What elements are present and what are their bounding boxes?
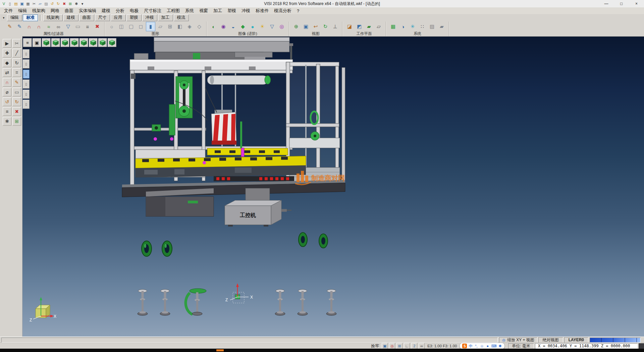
shaded-view-icon[interactable]: ◫ bbox=[117, 22, 126, 31]
globe-icon[interactable]: ◑ bbox=[398, 22, 408, 31]
display-filter-3[interactable]: ▯ bbox=[23, 70, 30, 79]
context-tab[interactable]: 线架构 bbox=[43, 14, 63, 21]
iso-view-button-2[interactable] bbox=[51, 38, 60, 47]
hidden-line-icon[interactable]: ▢ bbox=[126, 22, 136, 31]
lock-toggle[interactable]: 拴牢 bbox=[368, 343, 382, 349]
ortho-icon[interactable]: ∟ bbox=[404, 343, 410, 349]
workplane-xy-icon[interactable]: ◪ bbox=[345, 22, 354, 31]
ime-punctuation[interactable]: °, bbox=[474, 344, 478, 348]
iso-view-button-7[interactable] bbox=[98, 38, 107, 47]
tab-dropdown-button[interactable]: ▼ bbox=[1, 15, 6, 21]
display-filter-6[interactable]: ▯ bbox=[23, 100, 30, 109]
reset-filter-icon[interactable]: ✖ bbox=[93, 22, 102, 31]
select-arrow-icon[interactable]: ▶ bbox=[3, 39, 11, 48]
grid-toggle-icon[interactable]: ⊞ bbox=[12, 117, 21, 126]
menu-item[interactable]: 工程图 bbox=[164, 7, 182, 14]
menu-item[interactable]: 文件 bbox=[1, 7, 15, 14]
undo-icon[interactable]: ↺ bbox=[3, 97, 11, 106]
context-tab[interactable]: 尺寸 bbox=[95, 14, 110, 21]
view-window-button[interactable]: ▣ bbox=[33, 38, 41, 47]
rotate-view-icon[interactable]: ↻ bbox=[321, 22, 330, 31]
options-icon[interactable]: ✱ bbox=[3, 117, 11, 126]
ime-emoji-picker[interactable]: ☺ bbox=[480, 344, 484, 348]
context-tab[interactable]: 冲模 bbox=[142, 14, 157, 21]
close-button[interactable]: × bbox=[629, 0, 644, 7]
viewport-3d[interactable]: 工控机 bbox=[22, 36, 644, 337]
magnet-icon[interactable]: ∩ bbox=[3, 78, 11, 87]
clip-plane-icon[interactable]: ▽ bbox=[267, 22, 277, 31]
box-view-icon[interactable]: ◻ bbox=[136, 22, 146, 31]
zoom-all-icon[interactable]: ⊕ bbox=[291, 22, 301, 31]
magnet-select-icon[interactable]: ∩ bbox=[34, 22, 44, 31]
visi-logo[interactable]: V bbox=[1, 1, 7, 7]
delete-icon[interactable]: ✖ bbox=[12, 107, 21, 116]
maximize-button[interactable]: □ bbox=[614, 0, 629, 7]
menu-item[interactable]: 视窗 bbox=[197, 7, 211, 14]
iso-view-button-1[interactable] bbox=[42, 38, 51, 47]
rotate-icon[interactable]: ↻ bbox=[12, 58, 21, 67]
color-table-icon[interactable]: ▦ bbox=[388, 22, 398, 31]
iso-view-button-6[interactable] bbox=[89, 38, 98, 47]
line-create-icon[interactable]: ╱ bbox=[12, 49, 21, 57]
link-elements-icon[interactable]: ∞ bbox=[54, 22, 63, 31]
active-layer-indicator[interactable]: LAYER0 bbox=[564, 337, 588, 343]
mirror-icon[interactable]: ⇄ bbox=[3, 68, 11, 77]
wireframe-view-icon[interactable]: ○ bbox=[107, 22, 116, 31]
context-tab[interactable]: 应用 bbox=[111, 14, 126, 21]
save-file-icon[interactable]: ▣ bbox=[19, 1, 25, 7]
display-list-button[interactable]: ≡ bbox=[23, 38, 32, 47]
context-tab[interactable]: 加工 bbox=[158, 14, 173, 21]
ime-voice-input[interactable]: ● bbox=[485, 344, 490, 348]
match-properties-icon[interactable]: ≈ bbox=[44, 22, 53, 31]
context-tab[interactable]: 曲面 bbox=[79, 14, 94, 21]
menu-item[interactable]: 塑模 bbox=[225, 7, 239, 14]
preview-glasses-icon[interactable]: ∞ bbox=[419, 343, 425, 349]
layer-2-icon[interactable]: 2 bbox=[411, 343, 417, 349]
menu-item[interactable]: 建模 bbox=[99, 7, 113, 14]
cut-icon[interactable]: ✂ bbox=[31, 1, 37, 7]
sogou-logo[interactable]: S bbox=[462, 344, 467, 348]
menu-item[interactable]: 实体编辑 bbox=[76, 7, 99, 14]
material-icon[interactable]: ◆ bbox=[238, 22, 248, 31]
edit-attributes-icon[interactable]: ✎ bbox=[5, 22, 14, 31]
render-settings-icon[interactable]: ◐ bbox=[209, 22, 218, 31]
outline-view-icon[interactable]: ◇ bbox=[195, 22, 204, 31]
taskbar-app-indicator[interactable] bbox=[216, 349, 224, 351]
iso-view-button-4[interactable] bbox=[70, 38, 79, 47]
menu-item[interactable]: 模流分析 bbox=[271, 7, 294, 14]
ime-toolbox[interactable]: ✱ bbox=[498, 344, 502, 348]
offset-icon[interactable]: = bbox=[12, 68, 21, 77]
open-file-icon[interactable]: ▤ bbox=[13, 1, 19, 7]
workplane-view-icon[interactable]: ▱ bbox=[374, 22, 383, 31]
redo-icon[interactable]: ↻ bbox=[12, 97, 21, 106]
iso-view-button-3[interactable] bbox=[61, 38, 69, 47]
mesh-view-icon[interactable]: ⊞ bbox=[165, 22, 175, 31]
zoom-window-icon[interactable]: ▣ bbox=[301, 22, 311, 31]
menu-item[interactable]: 标准件 bbox=[253, 7, 271, 14]
env-light-icon[interactable]: ● bbox=[248, 22, 257, 31]
menu-item[interactable]: 编辑 bbox=[15, 7, 30, 14]
new-file-icon[interactable]: ▯ bbox=[7, 1, 13, 7]
options-icon[interactable]: ✱ bbox=[73, 1, 79, 7]
magnet-filter-icon[interactable]: ∩ bbox=[24, 22, 34, 31]
transparent-view-icon[interactable]: ▱ bbox=[156, 22, 165, 31]
snowflake-icon[interactable]: ✳ bbox=[408, 22, 417, 31]
menu-item[interactable]: 网格 bbox=[48, 7, 62, 14]
layer-filter-icon[interactable]: ≡ bbox=[83, 22, 92, 31]
workplane-3pt-icon[interactable]: ▰ bbox=[364, 22, 374, 31]
ime-lang-chinese[interactable]: 中 bbox=[468, 344, 473, 348]
print-icon[interactable]: ▦ bbox=[25, 1, 31, 7]
copy-icon[interactable]: ▱ bbox=[37, 1, 43, 7]
delete-icon[interactable]: ✖ bbox=[61, 1, 67, 7]
menu-item[interactable]: 尺寸标注 bbox=[141, 7, 164, 14]
iso-view-button-5[interactable] bbox=[79, 38, 88, 47]
display-filter-1[interactable]: ▯ bbox=[23, 49, 30, 58]
undo-icon[interactable]: ↺ bbox=[49, 1, 55, 7]
erase-elements-icon[interactable]: ▭ bbox=[73, 22, 83, 31]
dot-grid-icon[interactable]: ∷ bbox=[418, 22, 427, 31]
grid-icon[interactable]: ⊞ bbox=[67, 1, 73, 7]
menu-item[interactable]: 线架构 bbox=[30, 7, 48, 14]
point-create-icon[interactable]: ✚ bbox=[3, 49, 11, 57]
menu-item[interactable]: 系统 bbox=[182, 7, 197, 14]
autosave-icon[interactable]: ▣ bbox=[382, 343, 388, 349]
